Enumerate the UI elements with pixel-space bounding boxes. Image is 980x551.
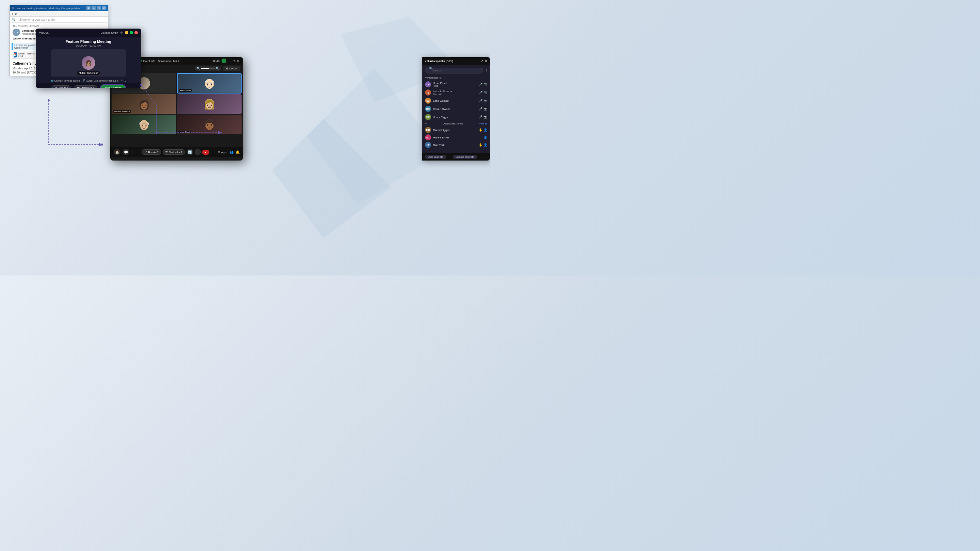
isabelle-info: Isabelle Brennan Co-Host bbox=[433, 90, 477, 95]
bottom-bar-left: 🏠 💬 ▾ bbox=[114, 149, 133, 156]
show-menu-button[interactable]: Show menu bar ▾ bbox=[158, 60, 179, 63]
webex-events-bottom-bar: 🏠 💬 ▾ 🎤 Unmute ▾ 📷 Start video ▾ 🔄 ··· ●… bbox=[110, 147, 243, 157]
apps-button[interactable]: ⊞ Apps bbox=[218, 151, 227, 154]
minimize-btn[interactable]: ─ bbox=[92, 6, 95, 10]
toolbar-search-placeholder[interactable]: Tell me what you want to do bbox=[17, 18, 55, 21]
more-participants-options-button[interactable]: ··· bbox=[484, 154, 487, 159]
mute-panelists-button[interactable]: Mute panelists bbox=[425, 155, 446, 159]
unmute-panelists-button[interactable]: Unmute panelists bbox=[453, 155, 477, 159]
participant2-video: 👩🏼 bbox=[177, 94, 242, 114]
maximize-button[interactable]: □ bbox=[233, 59, 235, 63]
attendee-marise: MT Marise Torres 👤 bbox=[422, 134, 490, 141]
mic-icon: 🎤 bbox=[479, 99, 482, 102]
grid-view-btn[interactable]: ⊞ bbox=[86, 6, 91, 10]
chevron-down-icon: ▾ bbox=[93, 87, 94, 89]
sofia-avatar: SG bbox=[425, 98, 431, 104]
participants-search-area: 🔍 ↕ bbox=[422, 65, 490, 75]
email-timestamp: Thu 5/9/2019 11:39 AM bbox=[13, 24, 105, 27]
panelists-section-header[interactable]: ∨ Panelists (6) bbox=[422, 75, 490, 80]
umar-avatar: UP bbox=[425, 81, 431, 87]
search-icon: 🔍 bbox=[429, 67, 433, 70]
start-video-control-button[interactable]: 📷 Start video ▾ bbox=[163, 149, 185, 155]
panelist-henry: HR Henry Riggs 🎤 📷 bbox=[422, 113, 490, 121]
participants-search-input[interactable] bbox=[425, 68, 483, 73]
prejoin-meeting-time: 10:00 AM · 11:00 AM bbox=[76, 44, 101, 47]
close-button[interactable]: ✕ bbox=[237, 59, 240, 63]
zoom-slider[interactable] bbox=[201, 68, 215, 69]
participants-icon[interactable]: 👥 bbox=[229, 150, 234, 154]
chevron-down-icon: ▾ bbox=[157, 151, 159, 153]
file-menu[interactable]: File bbox=[12, 12, 17, 16]
sofia-info: Sofia Gomez bbox=[433, 99, 477, 102]
darren-info: Darren Owens bbox=[433, 108, 477, 111]
raise-hand-icon: ✋ bbox=[479, 143, 482, 147]
svg-point-7 bbox=[101, 143, 103, 146]
event-info-button[interactable]: Event info bbox=[140, 60, 155, 63]
attendees-section-header[interactable]: ∨ Attendees (540) View all bbox=[422, 121, 490, 126]
close-btn[interactable] bbox=[134, 31, 138, 34]
video-cell-featured: 👴🏻 Umar Patel bbox=[177, 73, 242, 94]
isabelle-name: Isabelle Brennan bbox=[433, 90, 477, 93]
panelist-isabelle: IB Isabelle Brennan Co-Host 🎤 📷 bbox=[422, 89, 490, 97]
more-options-button[interactable]: ··· bbox=[195, 149, 201, 155]
panelists-label: Panelists (6) bbox=[427, 76, 442, 79]
umar-info: Umar Patel Host bbox=[433, 82, 477, 87]
attendee-murad: MH Murad Higgins ✋ 👤 bbox=[422, 126, 490, 134]
connect-video-option[interactable]: 📺 Connect to video system bbox=[51, 79, 81, 82]
expand-panel-button[interactable]: ⤢ bbox=[480, 59, 483, 63]
settings-option[interactable]: ⚙ T... bbox=[121, 79, 126, 82]
murad-controls: ✋ 👤 bbox=[479, 128, 487, 132]
webex-prejoin-bottom-bar: 🎤 Unmute ▾ 📷 Start video ▾ Join webinar bbox=[36, 83, 141, 88]
cam-icon: 📷 bbox=[484, 91, 487, 94]
audio-option[interactable]: 🔊 Audio: Use computer for audio bbox=[82, 79, 118, 82]
attachment-box[interactable]: 📅 Webex_Meeting.ics 8 K8 bbox=[11, 51, 39, 59]
video-cell-participant2: 👩🏼 bbox=[177, 94, 242, 114]
reactions-button[interactable]: 🔄 bbox=[186, 149, 193, 156]
unmute-button[interactable]: 🎤 Unmute ▾ bbox=[51, 86, 72, 89]
maximize-btn[interactable] bbox=[130, 31, 133, 34]
layout-button[interactable]: ⊞ Layout bbox=[223, 66, 240, 71]
webex-home-button[interactable]: 🏠 bbox=[114, 149, 121, 156]
attendee-icon: 👤 bbox=[484, 128, 487, 132]
video-cell-isabelle: 👩🏾 Isabelle Brennan bbox=[111, 94, 176, 114]
chat-chevron-icon: ▾ bbox=[131, 151, 133, 154]
participants-title: ‹ Participants (545) bbox=[425, 60, 453, 63]
search-icon: 🔍 bbox=[12, 18, 16, 21]
prejoin-window-controls bbox=[125, 31, 138, 34]
darren-avatar: DO bbox=[425, 106, 431, 112]
view-all-link[interactable]: View all bbox=[479, 122, 487, 125]
svg-point-6 bbox=[48, 99, 50, 102]
panelist-darren: DO Darren Owens 🎤 📷 bbox=[422, 105, 490, 113]
participants-panel: ‹ Participants (545) ⤢ ✕ 🔍 ↕ ∨ Panelists… bbox=[422, 57, 490, 160]
marise-name: Marise Torres bbox=[433, 136, 482, 139]
marise-controls: 👤 bbox=[484, 136, 487, 139]
sort-button[interactable]: ↕ bbox=[485, 68, 487, 72]
notifications-icon[interactable]: 🔔 bbox=[235, 150, 240, 154]
cam-icon: 📷 bbox=[484, 115, 487, 119]
minimize-btn[interactable] bbox=[125, 31, 128, 34]
henry-controls: 🎤 📷 bbox=[479, 115, 487, 119]
bottom-bar-right: ⊞ Apps 👥 🔔 bbox=[218, 150, 240, 154]
matt-avatar: MP bbox=[425, 142, 431, 148]
end-call-button[interactable]: ● bbox=[202, 150, 209, 155]
chat-button[interactable]: 💬 bbox=[123, 149, 129, 156]
zoom-in-button[interactable]: 🔍 bbox=[215, 67, 220, 70]
webex-prejoin-content: Feature Planning Meeting 10:00 AM · 11:0… bbox=[36, 37, 141, 83]
join-webinar-main-button[interactable]: Join webinar bbox=[100, 84, 126, 88]
close-btn[interactable]: ✕ bbox=[102, 6, 106, 10]
grid-layout-icon: ⊞ bbox=[226, 67, 228, 70]
cam-icon: 📷 bbox=[484, 83, 487, 86]
start-video-button[interactable]: 📷 Start video ▾ bbox=[74, 86, 97, 89]
zoom-out-button[interactable]: 🔍 bbox=[196, 67, 200, 70]
attachment-icon: 📅 bbox=[14, 52, 17, 57]
murad-info: Murad Higgins bbox=[433, 129, 477, 132]
prejoin-meeting-title: Feature Planning Meeting bbox=[66, 40, 111, 43]
chevron-down-icon: ▾ bbox=[67, 87, 68, 89]
unmute-control-button[interactable]: 🎤 Unmute ▾ bbox=[142, 149, 161, 155]
maximize-btn[interactable]: □ bbox=[97, 6, 101, 10]
minimize-button[interactable]: ─ bbox=[228, 59, 231, 63]
umar-role: Host bbox=[433, 85, 477, 87]
henry-info: Henry Riggs bbox=[433, 116, 477, 119]
close-panel-button[interactable]: ✕ bbox=[485, 59, 487, 63]
sofia-controls: 🎤 📷 bbox=[479, 99, 487, 102]
